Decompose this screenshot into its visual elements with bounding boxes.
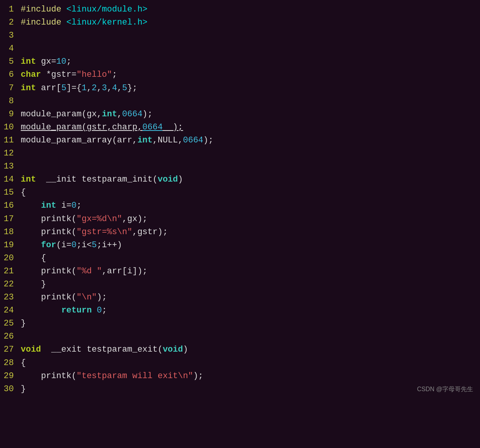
line-number: 8	[0, 95, 14, 108]
token	[21, 306, 61, 315]
line-number: 25	[0, 317, 14, 330]
line-number: 13	[0, 160, 14, 173]
line-number: 27	[0, 343, 14, 356]
token: "gstr=	[76, 227, 107, 237]
line-content: }	[21, 317, 474, 330]
code-line: 3	[0, 29, 480, 42]
line-number: 26	[0, 330, 14, 343]
line-number: 1	[0, 3, 14, 16]
line-content	[21, 330, 474, 343]
token: module_param_array(arr,	[21, 136, 137, 145]
token: printk(	[21, 371, 76, 381]
line-content: char *gstr="hello";	[21, 68, 474, 81]
token: __exit testparam_exit(	[41, 345, 163, 354]
line-content: return 0;	[21, 304, 474, 317]
token: )	[183, 345, 188, 354]
line-content: }	[21, 383, 474, 396]
token: 0664	[122, 109, 142, 119]
line-number: 28	[0, 357, 14, 370]
token: ,	[107, 83, 112, 93]
token: )	[178, 175, 183, 184]
line-number: 10	[0, 121, 14, 134]
line-number: 22	[0, 278, 14, 291]
line-content: printk("testparam will exit\n");	[21, 370, 474, 383]
token: ]=	[66, 83, 76, 93]
code-line: 23 printk("\n");	[0, 291, 480, 304]
token: \n"	[107, 214, 122, 224]
code-line: 27void __exit testparam_exit(void)	[0, 343, 480, 356]
line-content: printk("\n");	[21, 291, 474, 304]
token: i=	[56, 201, 71, 210]
code-line: 6char *gstr="hello";	[0, 68, 480, 81]
token: void	[163, 345, 183, 354]
token: 1	[81, 83, 86, 93]
token: int	[21, 57, 36, 66]
code-line: 2#include <linux/kernel.h>	[0, 16, 480, 29]
token: int	[21, 175, 36, 184]
line-number: 3	[0, 29, 14, 42]
watermark: CSDN @字母哥先生	[417, 385, 473, 394]
code-line: 12	[0, 147, 480, 160]
token: {	[21, 358, 26, 368]
token: (i=	[56, 240, 71, 250]
code-line: 21 printk("%d ",arr[i]);	[0, 265, 480, 278]
token: }	[21, 384, 26, 394]
token: );	[163, 122, 183, 132]
token: ,	[117, 83, 122, 93]
line-number: 12	[0, 147, 14, 160]
code-line: 11module_param_array(arr,int,NULL,0664);	[0, 134, 480, 147]
token: 2	[92, 83, 97, 93]
line-number: 16	[0, 199, 14, 212]
code-line: 9module_param(gx,int,0664);	[0, 108, 480, 121]
line-content: printk("%d ",arr[i]);	[21, 265, 474, 278]
code-line: 17 printk("gx=%d\n",gx);	[0, 213, 480, 226]
token: );	[142, 109, 152, 119]
line-content	[21, 147, 474, 160]
code-line: 25}	[0, 317, 480, 330]
token: #include	[21, 5, 66, 14]
token: arr[	[36, 83, 61, 93]
token: ,	[97, 83, 102, 93]
code-line: 30}	[0, 383, 480, 396]
token: "	[92, 266, 102, 276]
code-line: 29 printk("testparam will exit\n");	[0, 370, 480, 383]
line-number: 18	[0, 226, 14, 239]
token: 0	[71, 201, 76, 210]
token: printk(	[21, 266, 76, 276]
line-content: int __init testparam_init(void)	[21, 173, 474, 186]
token: "	[76, 266, 81, 276]
token: 5	[61, 83, 66, 93]
token: %d	[81, 266, 91, 276]
line-content: #include <linux/kernel.h>	[21, 16, 474, 29]
token: module_param(gx,	[21, 109, 102, 119]
token: ,NULL,	[152, 136, 183, 145]
token: "testparam will exit\n"	[76, 371, 193, 381]
token: ;i++)	[97, 240, 122, 250]
line-content: for(i=0;i<5;i++)	[21, 239, 474, 252]
line-number: 15	[0, 186, 14, 199]
token: );	[97, 293, 107, 302]
code-line: 8	[0, 95, 480, 108]
token: char	[21, 70, 41, 79]
code-line: 14int __init testparam_init(void)	[0, 173, 480, 186]
token: printk(	[21, 293, 76, 302]
token: 5	[122, 83, 127, 93]
line-number: 14	[0, 173, 14, 186]
code-line: 19 for(i=0;i<5;i++)	[0, 239, 480, 252]
token: {	[21, 188, 26, 197]
line-content: printk("gstr=%s\n",gstr);	[21, 226, 474, 239]
line-content: }	[21, 278, 474, 291]
token: };	[127, 83, 137, 93]
line-number: 20	[0, 252, 14, 265]
token: \n	[81, 293, 91, 302]
token: ;	[76, 201, 81, 210]
token: *gstr=	[41, 70, 76, 79]
token: __init testparam_init(	[36, 175, 158, 184]
token: 5	[92, 240, 97, 250]
token: );	[193, 371, 203, 381]
token: ,	[117, 109, 122, 119]
line-number: 11	[0, 134, 14, 147]
token: module_param(gstr,charp,	[21, 122, 142, 132]
line-content: module_param_array(arr,int,NULL,0664);	[21, 134, 474, 147]
token: <linux/kernel.h>	[66, 18, 147, 27]
